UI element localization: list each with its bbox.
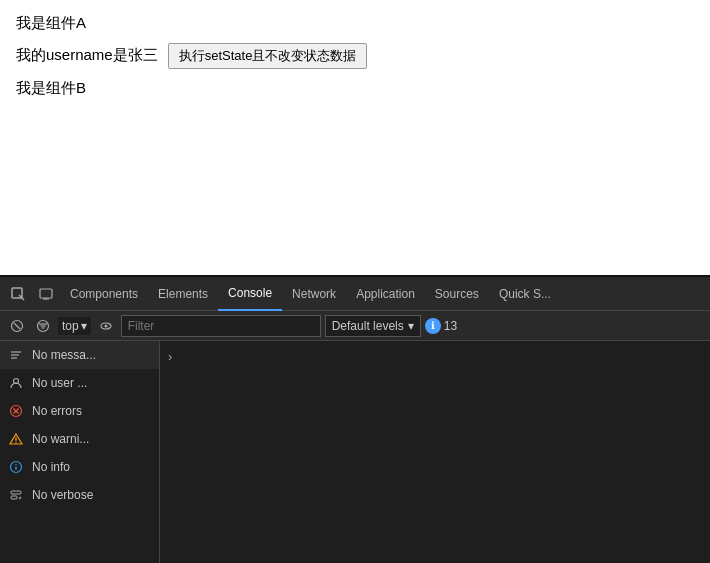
badge-dot: ℹ [425, 318, 441, 334]
svg-rect-25 [11, 491, 21, 494]
svg-point-21 [15, 442, 16, 443]
devtools-panel: Components Elements Console Network Appl… [0, 275, 710, 563]
badge-icon: ℹ [431, 320, 435, 331]
tab-console[interactable]: Console [218, 277, 282, 311]
clear-console-icon[interactable] [6, 315, 28, 337]
filter-icon[interactable] [32, 315, 54, 337]
sidebar-item-verbose[interactable]: No verbose [0, 481, 159, 509]
tab-quick-sources[interactable]: Quick S... [489, 277, 561, 311]
sidebar-item-warnings[interactable]: No warni... [0, 425, 159, 453]
context-dropdown-icon: ▾ [81, 319, 87, 333]
warning-icon [8, 431, 24, 447]
badge-number: 13 [444, 319, 457, 333]
sidebar-item-user[interactable]: No user ... [0, 369, 159, 397]
verbose-icon [8, 487, 24, 503]
svg-line-6 [14, 323, 20, 329]
svg-rect-26 [11, 496, 17, 499]
info-icon [8, 459, 24, 475]
sidebar-item-messages-label: No messa... [32, 348, 96, 362]
filter-input[interactable] [121, 315, 321, 337]
context-top-label: top [62, 319, 79, 333]
tab-components[interactable]: Components [60, 277, 148, 311]
sidebar-item-info-label: No info [32, 460, 70, 474]
svg-point-24 [15, 464, 17, 466]
tab-sources[interactable]: Sources [425, 277, 489, 311]
tab-elements[interactable]: Elements [148, 277, 218, 311]
messages-icon [8, 347, 24, 363]
devtools-body: No messa... No user ... [0, 341, 710, 563]
console-output: › [160, 341, 710, 563]
eye-icon[interactable] [95, 315, 117, 337]
sidebar-item-errors[interactable]: No errors [0, 397, 159, 425]
console-sidebar: No messa... No user ... [0, 341, 160, 563]
sidebar-item-warnings-label: No warni... [32, 432, 89, 446]
content-row-2: 我的username是张三 执行setState且不改变状态数据 [16, 43, 694, 69]
context-selector[interactable]: top ▾ [58, 317, 91, 335]
sidebar-item-user-label: No user ... [32, 376, 87, 390]
content-line-3: 我是组件B [16, 77, 694, 100]
levels-dropdown-icon: ▾ [408, 319, 414, 333]
sidebar-item-errors-label: No errors [32, 404, 82, 418]
devtools-toolbar: top ▾ Default levels ▾ ℹ 13 [0, 311, 710, 341]
devtools-inspect-icon[interactable] [4, 280, 32, 308]
devtools-device-icon[interactable] [32, 280, 60, 308]
devtools-tabs-bar: Components Elements Console Network Appl… [0, 277, 710, 311]
svg-point-12 [104, 324, 107, 327]
svg-line-27 [19, 497, 21, 499]
message-count-badge: ℹ 13 [425, 318, 457, 334]
sidebar-item-info[interactable]: No info [0, 453, 159, 481]
log-level-selector[interactable]: Default levels ▾ [325, 315, 421, 337]
sidebar-item-messages[interactable]: No messa... [0, 341, 159, 369]
user-icon [8, 375, 24, 391]
console-arrow: › [168, 345, 702, 368]
default-levels-label: Default levels [332, 319, 404, 333]
tab-application[interactable]: Application [346, 277, 425, 311]
tab-network[interactable]: Network [282, 277, 346, 311]
content-line-2: 我的username是张三 [16, 44, 158, 67]
error-icon [8, 403, 24, 419]
content-line-1: 我是组件A [16, 12, 694, 35]
setstate-button[interactable]: 执行setState且不改变状态数据 [168, 43, 368, 69]
browser-content: 我是组件A 我的username是张三 执行setState且不改变状态数据 我… [0, 0, 710, 275]
svg-rect-2 [40, 289, 52, 298]
sidebar-item-verbose-label: No verbose [32, 488, 93, 502]
